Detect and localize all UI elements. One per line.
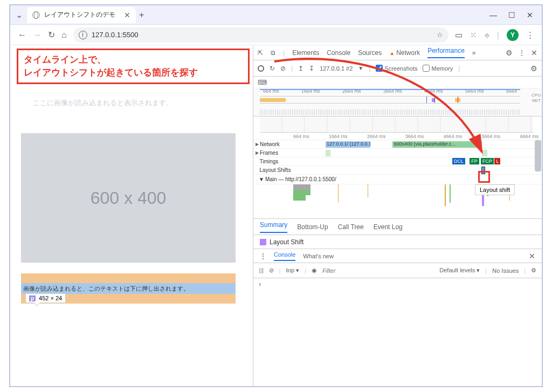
browser-titlebar: ⌄ レイアウトシフトのデモ ✕ + — ☐ ✕ [10,5,542,25]
live-expr-icon[interactable]: ◉ [312,267,317,274]
extensions-icon[interactable]: ⁙ [470,30,477,40]
omnibox[interactable]: i 127.0.0.1:5500 ☆ [73,27,448,43]
track-frames[interactable]: ▶Frames [253,149,542,157]
performance-toolbar: ↻ ⊘ | ↥ ↧ 127.0.0.1 #2 ▼ | Screenshots M… [253,60,542,77]
layout-shift-tooltip: Layout shift [475,184,515,195]
tab-bottom-up[interactable]: Bottom-Up [297,223,328,231]
tab-title: レイアウトシフトのデモ [44,10,115,19]
reload-button[interactable]: ↻ [48,30,55,40]
devtools-menu-icon[interactable]: ⋮ [518,49,526,57]
bookmark-star-icon[interactable]: ☆ [437,31,443,39]
console-clear-icon[interactable]: ⊘ [269,267,274,274]
capture-settings-icon[interactable]: ⚙ [530,64,537,73]
install-icon[interactable]: ▭ [455,30,463,40]
save-profile-icon[interactable]: ↧ [309,65,314,72]
rendered-page: レイアウトシフトのデモ ここに画像が読み込まれると表示されます。 600 x 4… [10,45,253,386]
badge-tag: p [29,295,36,301]
window-close-button[interactable]: ✕ [526,11,534,19]
record-button[interactable] [258,65,264,72]
maximize-button[interactable]: ☐ [507,11,516,19]
session-select[interactable]: 127.0.0.1 #2 [320,65,353,72]
drawer-tab-console[interactable]: Console [274,251,295,261]
devtools-tabs: ⇱ ⧉ | Elements Console Sources Network P… [253,45,542,60]
console-filter-input[interactable] [322,267,434,274]
drawer-tabs: ⋮ Console What's new ✕ [253,249,542,263]
console-side-icon[interactable]: ▯| [259,267,264,274]
tab-event-log[interactable]: Event Log [374,223,403,231]
close-tab-icon[interactable]: ✕ [124,11,130,19]
screenshots-checkbox[interactable]: Screenshots [376,65,417,72]
keyboard-icon[interactable]: ⌨ [258,79,267,86]
tab-dropdown[interactable]: ⌄ [16,10,23,20]
tab-elements[interactable]: Elements [292,49,319,57]
context-select[interactable]: top ▾ [286,267,299,274]
drawer-menu-icon[interactable]: ⋮ [260,252,266,260]
tab-call-tree[interactable]: Call Tree [338,223,364,231]
tab-network[interactable]: Network [389,49,420,57]
element-badge: p 452 × 24 [25,293,66,303]
placeholder-text: 600 x 400 [91,188,167,208]
memory-checkbox[interactable]: Memory [423,65,453,72]
tabs-overflow[interactable]: » [472,49,476,57]
shortcut-row: ⌨ [253,77,542,88]
tab-sources[interactable]: Sources [358,49,382,57]
chrome-menu-icon[interactable]: ⋮ [526,30,534,40]
globe-icon [32,11,40,19]
site-info-icon[interactable]: i [79,31,87,39]
annotation-callout: タイムライン上で、 レイアウトシフトが起きている箇所を探す [17,49,250,84]
layout-shift-swatch [260,239,266,245]
address-bar: ← → ↻ ⌂ i 127.0.0.1:5500 ☆ ▭ ⁙ ⟐ | Y ⋮ [10,25,542,45]
session-dropdown-icon[interactable]: ▼ [358,65,363,71]
devtools-close-icon[interactable]: ✕ [531,49,537,57]
flame-scrollbar[interactable] [535,140,541,171]
reload-record-button[interactable]: ↻ [270,65,275,72]
track-network[interactable]: ▶Network 127.0.0.1/ (127.0.0.1) 600x400 … [253,140,542,149]
highlight-content: 画像が読み込まれると、このテキストは下に押し出されます。 [21,283,236,294]
drawer-tab-whatsnew[interactable]: What's new [303,253,334,259]
highlight-margin-top [21,273,236,283]
minimize-button[interactable]: — [489,11,498,19]
browser-tab[interactable]: レイアウトシフトのデモ ✕ [27,7,136,23]
placeholder-image: 600 x 400 [21,133,236,263]
devtools-panel: ⇱ ⧉ | Elements Console Sources Network P… [253,45,542,386]
forward-button[interactable]: → [33,30,42,40]
log-levels-select[interactable]: Default levels ▾ [439,267,480,274]
timeline-overview[interactable]: 664 ms 1664 ms 2664 ms 3664 ms 4664 ms 5… [253,88,542,116]
clear-button[interactable]: ⊘ [280,65,286,72]
ghost-text: ここに画像が読み込まれると表示されます。 [33,98,173,108]
tab-console[interactable]: Console [327,49,350,57]
console-toolbar: ▯| ⊘ | top ▾ | ◉ Default levels ▾ | No I… [253,263,542,278]
summary-body: Layout Shift [253,235,542,249]
summary-label: Layout Shift [270,238,303,246]
labs-icon[interactable]: ⟐ [485,30,489,39]
profile-avatar[interactable]: Y [507,29,519,41]
load-profile-icon[interactable]: ↥ [298,65,303,72]
back-button[interactable]: ← [18,30,26,40]
tab-performance[interactable]: Performance [427,47,465,58]
device-toggle-icon[interactable]: ⧉ [271,49,275,57]
tab-summary[interactable]: Summary [260,221,287,233]
details-tabs: Summary Bottom-Up Call Tree Event Log [253,219,542,235]
home-button[interactable]: ⌂ [61,30,67,40]
badge-dims: 452 × 24 [39,295,62,301]
pushed-text: 画像が読み込まれると、このテキストは下に押し出されます。 [21,285,189,293]
track-layout-shifts[interactable]: Layout Shifts [253,166,542,175]
new-tab-button[interactable]: + [139,10,144,20]
track-timings[interactable]: Timings DCL FP FCP L [253,157,542,166]
console-settings-icon[interactable]: ⚙ [531,267,536,274]
devtools-settings-icon[interactable]: ⚙ [506,49,513,57]
inspect-icon[interactable]: ⇱ [258,49,263,57]
flame-chart[interactable]: 664 ms 1664 ms 2664 ms 3664 ms 4664 ms 5… [253,133,542,219]
screenshot-filmstrip[interactable] [260,116,533,133]
annotation-target-box [478,171,490,183]
console-prompt[interactable]: › [253,278,542,290]
drawer-close-icon[interactable]: ✕ [529,252,535,260]
url-text: 127.0.0.1:5500 [92,31,139,39]
issues-button[interactable]: No Issues [492,267,519,274]
